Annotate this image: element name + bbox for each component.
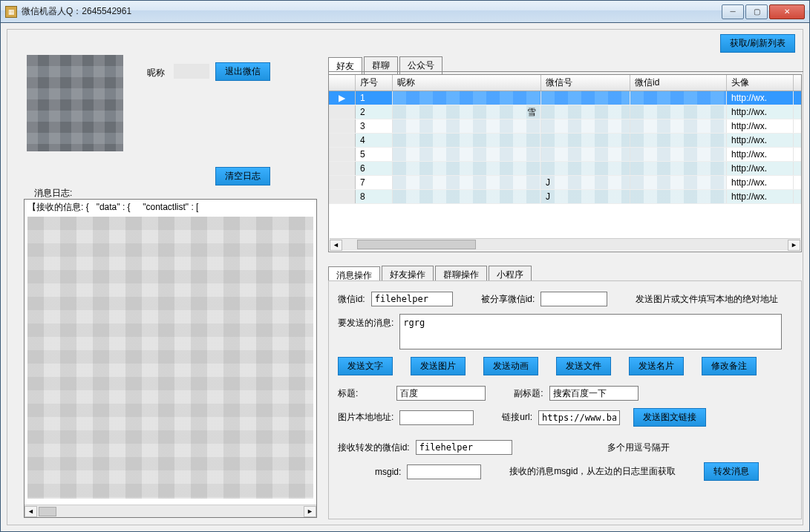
app-window: ▦ 微信机器人Q：2645542961 ─ ▢ ✕ 获取/刷新列表 昵称 退出微…	[0, 0, 810, 532]
log-h-scrollbar[interactable]: ◄ ►	[25, 505, 316, 517]
col-wxid[interactable]: 微信id	[630, 75, 727, 91]
avatar	[27, 55, 123, 151]
main-panel: 获取/刷新列表 昵称 退出微信 清空日志 消息日志: 【接收的信息: { "da…	[7, 29, 803, 525]
tab-friends[interactable]: 好友	[328, 57, 362, 75]
close-button[interactable]: ✕	[769, 4, 805, 19]
imgpath-input[interactable]	[399, 410, 474, 425]
log-textarea[interactable]: 【接收的信息: { "data" : { "contactlist" : [ ◄…	[24, 199, 317, 518]
send-text-button[interactable]: 发送文字	[338, 357, 393, 375]
url-input[interactable]	[538, 410, 620, 425]
table-row[interactable]: 2雪http://wx.	[329, 105, 801, 119]
fwd-wxid-input[interactable]	[416, 440, 512, 455]
scroll-right-icon[interactable]: ►	[788, 240, 800, 251]
col-wxh[interactable]: 微信号	[541, 75, 630, 91]
msg-ops-panel: 微信id: 被分享微信id: 发送图片或文件填写本地的绝对地址 要发送的消息: …	[328, 280, 802, 519]
table-row[interactable]: 8Jhttp://wx.	[329, 190, 801, 204]
refresh-list-button[interactable]: 获取/刷新列表	[720, 34, 795, 53]
col-avatar[interactable]: 头像	[727, 75, 794, 91]
log-content-blurred	[27, 217, 313, 499]
grid-h-scrollbar[interactable]: ◄ ►	[330, 238, 800, 251]
table-row[interactable]: 3http://wx.	[329, 119, 801, 134]
nickname-label: 昵称	[147, 67, 165, 79]
send-card-button[interactable]: 发送名片	[629, 357, 684, 375]
table-row[interactable]: 6http://wx.	[329, 162, 801, 176]
msg-textarea[interactable]	[399, 314, 782, 349]
send-anim-button[interactable]: 发送动画	[483, 357, 538, 375]
url-label: 链接url:	[502, 411, 532, 424]
imgpath-label: 图片本地地址:	[338, 411, 393, 424]
scroll-thumb[interactable]	[39, 507, 56, 516]
table-row[interactable]: ▶1http://wx.	[329, 91, 801, 105]
scroll-right-icon[interactable]: ►	[304, 506, 316, 517]
table-row[interactable]: 4http://wx.	[329, 134, 801, 148]
edit-remark-button[interactable]: 修改备注	[702, 357, 757, 375]
minimize-button[interactable]: ─	[722, 4, 744, 19]
msgid-hint: 接收的消息msgid，从左边的日志里面获取	[509, 465, 676, 478]
nickname-value	[174, 64, 209, 79]
msgid-label: msgid:	[375, 467, 401, 477]
msgid-input[interactable]	[407, 464, 481, 479]
window-title: 微信机器人Q：2645542961	[22, 5, 722, 18]
fwd-hint: 多个用逗号隔开	[607, 441, 670, 454]
send-link-button[interactable]: 发送图文链接	[633, 408, 706, 427]
fwd-wxid-label: 接收转发的微信id:	[338, 441, 410, 454]
shared-wxid-input[interactable]	[540, 292, 607, 306]
app-icon: ▦	[5, 6, 17, 18]
title-label: 标题:	[338, 387, 358, 400]
col-seq[interactable]: 序号	[356, 75, 393, 91]
contacts-grid[interactable]: 序号 昵称 微信号 微信id 头像 ▶1http://wx.2雪http://w…	[328, 74, 802, 252]
send-image-button[interactable]: 发送图片	[411, 357, 466, 375]
col-nick[interactable]: 昵称	[393, 75, 541, 91]
subtitle-label: 副标题:	[514, 387, 543, 400]
scroll-left-icon[interactable]: ◄	[25, 506, 37, 517]
maximize-button[interactable]: ▢	[745, 4, 768, 19]
log-first-line: 【接收的信息: { "data" : { "contactlist" : [	[27, 201, 313, 214]
forward-button[interactable]: 转发消息	[704, 462, 759, 481]
grid-header: 序号 昵称 微信号 微信id 头像	[329, 75, 801, 91]
shared-wxid-label: 被分享微信id:	[481, 293, 535, 306]
table-row[interactable]: 5http://wx.	[329, 148, 801, 162]
table-row[interactable]: 7Jhttp://wx.	[329, 176, 801, 190]
msg-label: 要发送的消息:	[338, 317, 393, 329]
subtitle-input[interactable]	[549, 386, 638, 401]
scroll-left-icon[interactable]: ◄	[330, 240, 342, 251]
log-label: 消息日志:	[34, 187, 72, 200]
clear-log-button[interactable]: 清空日志	[215, 167, 270, 185]
titlebar[interactable]: ▦ 微信机器人Q：2645542961 ─ ▢ ✕	[1, 1, 809, 23]
file-path-hint: 发送图片或文件填写本地的绝对地址	[636, 293, 778, 306]
send-file-button[interactable]: 发送文件	[556, 357, 611, 375]
wxid-label: 微信id:	[338, 293, 365, 306]
wxid-input[interactable]	[371, 292, 453, 306]
client-area: 获取/刷新列表 昵称 退出微信 清空日志 消息日志: 【接收的信息: { "da…	[1, 23, 809, 531]
title-input[interactable]	[396, 386, 486, 401]
scroll-thumb[interactable]	[357, 240, 476, 249]
logout-button[interactable]: 退出微信	[215, 62, 270, 81]
